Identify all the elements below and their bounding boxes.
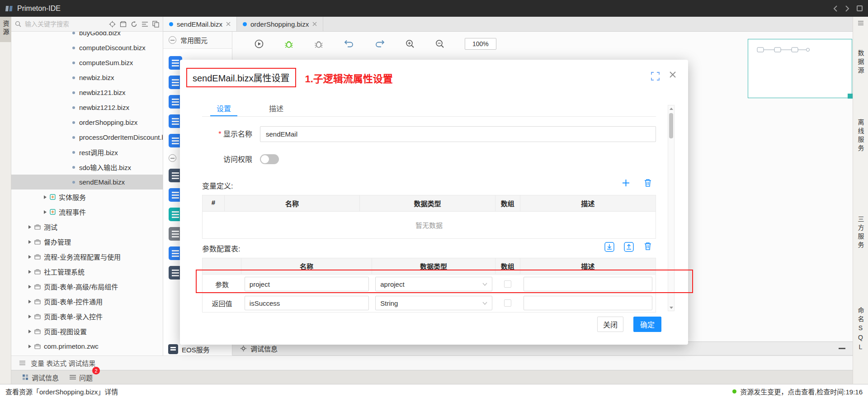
chevron-right-icon[interactable] (44, 210, 47, 214)
param-desc-field[interactable] (524, 277, 652, 291)
tree-file-item-selected[interactable]: sendEMail.bizx (11, 175, 163, 190)
tree-folder-item[interactable]: 社工管理系统 (11, 264, 163, 279)
redo-icon[interactable] (374, 40, 385, 48)
param-name-field[interactable] (245, 277, 369, 291)
scroll-down-icon[interactable] (668, 304, 674, 311)
param-desc-field[interactable] (524, 296, 652, 310)
tree-folder-item[interactable]: 流程-业务流程配置与使用 (11, 249, 163, 264)
tree-file-item[interactable]: newbiz1212.bizx (11, 100, 163, 115)
scrollbar-thumb[interactable] (669, 113, 673, 138)
debug-bug-green-icon[interactable] (284, 39, 294, 49)
editor-tab-ordershopping[interactable]: orderShopping.bizx (237, 17, 323, 31)
tree-file-item[interactable]: processOrderItemDiscount.bizx (11, 130, 163, 145)
chevron-right-icon[interactable] (28, 225, 31, 229)
param-datatype-select[interactable]: String (375, 296, 492, 310)
tree-file-item[interactable]: orderShopping.bizx (11, 115, 163, 130)
access-permission-toggle[interactable] (260, 154, 279, 164)
status-right-group[interactable]: 资源发生变更，点击查看,检查时间:19:16 (732, 387, 863, 396)
param-datatype-select[interactable]: aproject (375, 277, 492, 291)
dialog-scrollbar[interactable] (668, 105, 675, 311)
close-dialog-icon[interactable] (669, 71, 676, 78)
rail-tab-datasource[interactable]: 数据源 (856, 50, 865, 76)
tree-file-item[interactable]: newbiz121.bizx (11, 85, 163, 100)
chevron-right-icon[interactable] (28, 330, 31, 333)
collapse-all-icon[interactable] (142, 21, 148, 28)
chevron-right-icon[interactable] (28, 255, 31, 259)
minimap-resize-handle[interactable] (848, 94, 853, 99)
chevron-right-icon[interactable] (28, 240, 31, 244)
rail-tab-offline[interactable]: 离线服务 (856, 119, 865, 153)
tree-group-item[interactable]: 流程事件 (11, 204, 163, 219)
compare-icon[interactable] (152, 21, 159, 28)
tree-folder-item[interactable]: 页面-表单-高级/布局组件 (11, 279, 163, 294)
chevron-right-icon[interactable] (28, 300, 31, 303)
tree-file-item[interactable]: computeSum.bizx (11, 55, 163, 70)
dialog-tab-description[interactable]: 描述 (263, 103, 290, 116)
status-left-text[interactable]: 查看资源「orderShopping.bizx」详情 (5, 387, 118, 396)
rail-tab-resources[interactable]: 资源 (0, 17, 11, 42)
param-array-checkbox[interactable] (504, 280, 511, 288)
collapse-group-icon[interactable] (169, 154, 176, 162)
add-variable-icon[interactable] (622, 179, 630, 187)
tree-file-item[interactable]: buyGood.bizx (11, 32, 163, 40)
bottom-tab-problems[interactable]: 问题 2 (64, 370, 98, 384)
nav-forward-icon[interactable] (845, 5, 849, 12)
tree-folder-item[interactable]: com.primeton.zwc (11, 339, 163, 354)
tree-item-label: 页面-视图设置 (44, 327, 87, 336)
refresh-icon[interactable] (131, 21, 137, 28)
zoom-in-icon[interactable] (405, 39, 415, 49)
minimap[interactable] (748, 39, 852, 98)
debug-bug-gray-icon[interactable] (314, 39, 324, 49)
search-input[interactable] (25, 20, 105, 28)
minimize-icon[interactable] (839, 348, 845, 349)
undo-icon[interactable] (344, 40, 354, 48)
locate-icon[interactable] (109, 21, 116, 28)
tree-file-item[interactable]: newbiz.bizx (11, 70, 163, 85)
chevron-right-icon[interactable] (44, 195, 47, 199)
delete-variable-icon[interactable] (644, 178, 652, 187)
tree-group-item[interactable]: 实体服务 (11, 190, 163, 204)
column-header: 描述 (520, 258, 656, 274)
chevron-right-icon[interactable] (28, 285, 31, 289)
bottom-tab-debug[interactable]: 调试信息 (17, 370, 64, 384)
tree-folder-item[interactable]: 页面-表单-录入控件 (11, 309, 163, 324)
zoom-level[interactable]: 100% (465, 38, 496, 50)
import-params-icon[interactable] (604, 242, 614, 252)
zoom-out-icon[interactable] (435, 39, 445, 49)
tree-file-item[interactable]: computeDiscount.bizx (11, 40, 163, 55)
delete-param-icon[interactable] (644, 242, 652, 251)
tree-folder-item[interactable]: 页面-表单-控件通用 (11, 294, 163, 309)
palette-item-eos[interactable]: EOS服务 (168, 344, 210, 354)
package-icon[interactable] (120, 21, 127, 28)
confirm-button[interactable]: 确定 (633, 317, 661, 332)
chevron-right-icon[interactable] (28, 345, 31, 348)
chevron-right-icon[interactable] (28, 315, 31, 318)
tree-folder-item[interactable]: 督办管理 (11, 234, 163, 249)
scroll-up-icon[interactable] (668, 105, 674, 112)
expand-dialog-icon[interactable] (651, 72, 660, 81)
close-tab-icon[interactable] (226, 22, 231, 26)
rail-tab-thirdparty[interactable]: 三方服务 (856, 216, 865, 250)
tree-file-item[interactable]: sdo输入输出.bizx (11, 160, 163, 175)
display-name-field[interactable] (260, 126, 656, 142)
nav-back-icon[interactable] (833, 5, 838, 12)
tree-folder-item[interactable]: 页面-视图设置 (11, 324, 163, 339)
rail-tab-namedsql[interactable]: 命名SQL (856, 307, 865, 353)
layout-toggle-icon[interactable] (857, 5, 863, 11)
palette-group-header[interactable]: 常用图元 (163, 32, 232, 49)
collapse-group-icon[interactable] (169, 36, 176, 44)
tree-file-item[interactable]: rest调用.bizx (11, 145, 163, 160)
run-debug-button[interactable] (254, 39, 264, 49)
panel-collapse-icon[interactable] (858, 20, 864, 26)
param-array-checkbox[interactable] (504, 299, 511, 307)
close-tab-icon[interactable] (312, 22, 317, 26)
chevron-right-icon[interactable] (28, 270, 31, 274)
editor-tab-sendemail[interactable]: sendEMail.bizx (163, 17, 237, 31)
debug-icon (22, 374, 28, 380)
dialog-tab-settings[interactable]: 设置 (210, 103, 237, 116)
param-name-field[interactable] (245, 296, 369, 310)
cancel-button[interactable]: 关闭 (597, 317, 623, 332)
tree-folder-item[interactable]: 测试 (11, 219, 163, 234)
export-params-icon[interactable] (624, 242, 634, 252)
dialog-title-annotation-box: sendEMail.bizx属性设置 (186, 68, 296, 87)
